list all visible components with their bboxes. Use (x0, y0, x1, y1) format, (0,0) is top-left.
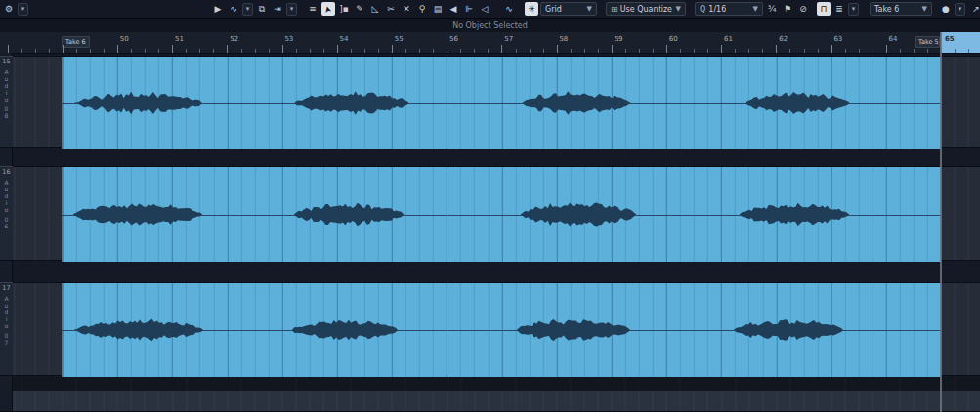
toolbar-spacer (30, 9, 209, 10)
waveform-burst (76, 319, 203, 341)
ruler-bar-tick (8, 45, 9, 53)
ruler-beat-tick (914, 49, 915, 53)
ruler-beat-tick (378, 49, 379, 53)
timeline-ruler[interactable]: 65 Take 6 Take 5 50515253545556575859606… (0, 32, 980, 54)
snap-icon[interactable]: ✳ (525, 2, 538, 16)
setup-icon[interactable]: ⚙ (2, 2, 16, 16)
part-start-label[interactable]: Take 6 (62, 36, 90, 48)
part-end-locator-line[interactable] (940, 32, 942, 412)
quantize-value-select-icon: Q (700, 5, 705, 14)
ruler-beat-tick (789, 49, 790, 53)
feedback-icon[interactable]: ∿ (227, 2, 240, 16)
feedback-caret[interactable]: ▾ (242, 3, 253, 16)
range-tool-icon[interactable]: ]▪ (337, 2, 351, 16)
waveform-burst (734, 319, 843, 340)
track-header-16[interactable]: 16Audio06 (0, 166, 13, 261)
stacked-lanes-icon[interactable]: ≣ (832, 2, 846, 16)
erase-tool-icon[interactable]: ◺ (368, 2, 382, 16)
mute-tool-icon[interactable]: ✕ (400, 2, 413, 16)
setup-caret[interactable]: ▾ (18, 3, 28, 16)
track-lane-17[interactable] (13, 282, 980, 376)
line-curve-icon[interactable]: ∿ (502, 2, 516, 16)
ruler-bar-number: 59 (615, 35, 623, 43)
quantize-value-select-value: 1/16 (708, 5, 726, 14)
ruler-bar-number: 55 (395, 35, 404, 43)
arrow-tool-icon[interactable]: ➤ (321, 2, 335, 16)
waveform-burst (522, 91, 631, 114)
track-name-char: 0 (5, 332, 9, 339)
ruler-beat-tick (90, 49, 91, 53)
ruler-beat-tick (405, 49, 406, 53)
ruler-out-of-part-highlight[interactable]: 65 (941, 32, 980, 53)
ruler-bar-tick (612, 45, 613, 53)
track-name-char: 0 (5, 105, 9, 112)
audio-event-region[interactable] (62, 283, 941, 377)
ruler-beat-tick (158, 49, 159, 53)
track-name-char: i (6, 315, 8, 322)
part-select-value: Take 6 (874, 5, 899, 14)
audio-waveform (62, 283, 941, 377)
track-lane-16[interactable] (13, 166, 980, 261)
ruler-beat-tick (859, 49, 860, 53)
stacked-lanes-caret[interactable]: ▾ (848, 3, 859, 16)
ruler-bar-tick (666, 45, 667, 53)
ruler-beat-tick (213, 49, 214, 53)
audio-event-region[interactable] (62, 167, 941, 262)
track-name-char: o (5, 96, 9, 103)
iterative-quantize-icon[interactable]: ⊘ (796, 2, 810, 16)
ruler-bar-tick (227, 45, 228, 53)
info-line: No Object Selected (0, 19, 980, 32)
quantize-preset-select[interactable]: ⊞Use Quantize▼ (606, 2, 686, 16)
waveform-burst (73, 204, 202, 226)
ruler-bar-number: 54 (340, 35, 349, 43)
link-icon[interactable]: ⧉ (255, 2, 269, 16)
quantize-value-select[interactable]: Q1/16▼ (695, 2, 763, 16)
autoscroll-icon[interactable]: ⇥ (271, 2, 284, 16)
ruler-bar-number: 51 (175, 35, 184, 43)
flag-icon[interactable]: ⚑ (781, 2, 794, 16)
expand-icon[interactable]: ↗ (969, 2, 980, 16)
scrub-icon[interactable]: ⊩ (462, 2, 476, 16)
zoom-tool-icon[interactable]: ⚲ (415, 2, 429, 16)
play-icon[interactable]: ▶ (211, 2, 225, 16)
draw-tool-icon[interactable]: ✎ (353, 2, 366, 16)
ruler-beat-tick (488, 49, 489, 53)
track-header-15[interactable]: 15Audio08 (0, 56, 13, 148)
audio-waveform (62, 57, 941, 149)
toolbar-spacer (688, 9, 693, 10)
split-tool-icon[interactable]: ✂ (384, 2, 398, 16)
track-name-vertical: Audio07 (4, 295, 8, 346)
ruler-bar-number: 60 (669, 35, 678, 43)
monitor-speaker-icon[interactable]: ◁ (478, 2, 491, 16)
track-name-char: 8 (5, 112, 9, 119)
grid-type-select[interactable]: Grid▼ (540, 2, 597, 16)
next-part-label[interactable]: Take 5 (915, 36, 940, 48)
color-icon[interactable]: ● (939, 2, 953, 16)
track-name-char: i (6, 89, 8, 96)
ruler-beat-tick (845, 49, 846, 53)
color-caret[interactable]: ▾ (955, 3, 965, 16)
part-select[interactable]: Take 6▼ (870, 2, 932, 16)
comp-tool-icon[interactable]: ▤ (431, 2, 445, 16)
track-number: 17 (2, 284, 10, 292)
audio-event-region[interactable] (62, 57, 941, 149)
ruler-bar-number: 64 (889, 35, 898, 43)
waveform-burst (740, 203, 849, 226)
toolbar-spacer (934, 9, 937, 10)
ruler-bar-tick (886, 45, 887, 53)
tool-mode-icon[interactable]: ≡ (306, 2, 320, 16)
ruler-highlight-bar-number: 65 (945, 35, 955, 43)
track-header-17[interactable]: 17Audio07 (0, 282, 13, 376)
track-name-char: d (5, 309, 9, 315)
waveform-burst (745, 92, 850, 114)
track-lane-15[interactable] (13, 56, 980, 148)
ruler-bar-number: 53 (284, 35, 293, 43)
swing-icon[interactable]: ¾ (765, 2, 779, 16)
show-lanes-icon[interactable]: ⊓ (817, 2, 831, 16)
autoscroll-caret[interactable]: ▾ (286, 3, 297, 16)
ruler-beat-tick (364, 49, 365, 53)
editor-toolbar: ⚙▾▶∿▾⧉⇥▾≡➤]▪✎◺✂✕⚲▤◀⊩◁∿✳Grid▼⊞Use Quantiz… (0, 0, 980, 19)
track-name-char: 6 (5, 223, 9, 229)
audition-speaker-icon[interactable]: ◀ (447, 2, 460, 16)
ruler-beat-tick (900, 49, 901, 53)
